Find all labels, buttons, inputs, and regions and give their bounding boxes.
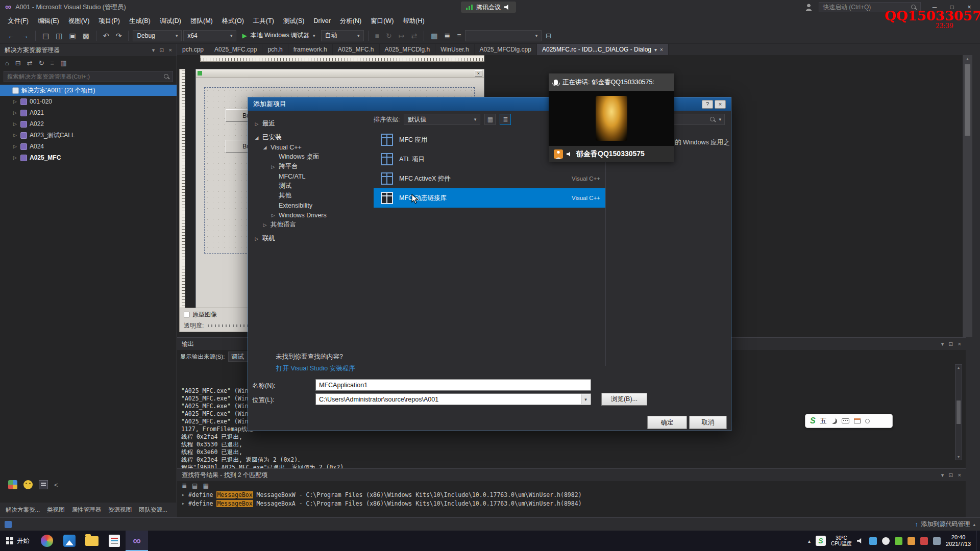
home-icon[interactable]: ⌂ bbox=[5, 59, 9, 67]
menu-item[interactable]: 项目(P) bbox=[94, 15, 125, 28]
output-scrollbar[interactable]: ▴ ▾ bbox=[955, 364, 962, 460]
tray-app-icon[interactable] bbox=[869, 537, 877, 545]
format-icon[interactable]: ≡ bbox=[454, 31, 463, 40]
find-result-row[interactable]: ▸ #define MessageBox MessageBoxA - C:\Pr… bbox=[177, 499, 966, 508]
menu-item[interactable]: 视图(V) bbox=[64, 15, 94, 28]
expander-icon[interactable]: ▷ bbox=[254, 121, 259, 127]
scroll-up-icon[interactable]: ▴ bbox=[958, 365, 960, 370]
refresh-icon[interactable]: ↻ bbox=[39, 59, 44, 67]
solution-search-box[interactable] bbox=[4, 71, 173, 82]
tab-chevron-icon[interactable]: ▾ bbox=[654, 47, 657, 53]
menu-item[interactable]: Driver bbox=[309, 15, 335, 27]
pin-icon[interactable]: ⊡ bbox=[948, 341, 953, 347]
editor-tab[interactable]: pch.cpp ▾ × bbox=[177, 44, 209, 55]
expander-icon[interactable]: ▷ bbox=[254, 236, 259, 241]
stop-debug-icon[interactable]: ■ bbox=[373, 31, 382, 40]
prototype-image-checkbox[interactable] bbox=[184, 312, 189, 317]
platform-dropdown[interactable]: x64▾ bbox=[183, 30, 236, 41]
tool-window-tab[interactable]: 资源视图 bbox=[105, 504, 135, 516]
template-row[interactable]: MFC ActiveX 控件 Visual C++ bbox=[374, 169, 605, 188]
tree-row[interactable]: ▷ A021 bbox=[0, 107, 177, 118]
tray-app-icon[interactable] bbox=[933, 537, 941, 545]
menu-item[interactable]: 生成(B) bbox=[125, 15, 155, 28]
scroll-down-icon[interactable]: ▾ bbox=[958, 455, 960, 459]
source-control-status[interactable]: ↑ 添加到源代码管理 ▴ bbox=[915, 520, 975, 529]
start-button[interactable]: 开始 bbox=[0, 531, 36, 551]
tool-window-tab[interactable]: 属性管理器 bbox=[68, 504, 105, 516]
tool-window-tab[interactable]: 团队资源... bbox=[135, 504, 171, 516]
undo-icon[interactable]: ↶ bbox=[101, 31, 112, 40]
close-panel-icon[interactable]: × bbox=[958, 341, 961, 347]
tray-app-icon[interactable] bbox=[908, 537, 915, 545]
status-icon[interactable] bbox=[5, 521, 12, 528]
taskbar-visual-studio[interactable]: ∞ bbox=[126, 531, 148, 551]
category-row[interactable]: MFC/ATL bbox=[248, 171, 371, 181]
expander-icon[interactable]: ◢ bbox=[254, 135, 259, 140]
show-desktop-button[interactable] bbox=[976, 531, 979, 551]
editor-tab[interactable]: A025_MFCDlg.cpp ▾ × bbox=[475, 44, 537, 55]
scroll-up-icon[interactable]: ▴ bbox=[966, 55, 969, 62]
editor-tab[interactable]: framework.h ▾ × bbox=[288, 44, 333, 55]
step-over-icon[interactable]: ↦ bbox=[396, 31, 407, 40]
window-position-icon[interactable]: ▾ bbox=[941, 472, 944, 479]
close-panel-icon[interactable]: × bbox=[958, 472, 961, 479]
tool-window-tab[interactable]: 类视图 bbox=[43, 504, 68, 516]
expander-icon[interactable]: ▷ bbox=[12, 155, 18, 160]
template-row[interactable]: MFC 动态链接库 Visual C++ bbox=[374, 188, 605, 208]
preview-icon[interactable]: ▦ bbox=[60, 59, 66, 67]
category-row[interactable]: Extensibility bbox=[248, 201, 371, 210]
designer-close-button[interactable]: × bbox=[475, 70, 482, 77]
taskbar-app-document[interactable] bbox=[103, 531, 126, 551]
solution-search-input[interactable] bbox=[7, 73, 164, 80]
category-row[interactable]: ▷ 联机 bbox=[248, 234, 371, 243]
keyboard-icon[interactable] bbox=[842, 418, 849, 423]
restart-icon[interactable]: ↻ bbox=[383, 31, 395, 40]
editor-tab[interactable]: A025_MFC.h ▾ × bbox=[333, 44, 380, 55]
start-debugging-button[interactable]: ▶ 本地 Windows 调试器 ▾ bbox=[238, 30, 319, 41]
find-result-row[interactable]: ▸ #define MessageBox MessageBoxW - C:\Pr… bbox=[177, 490, 966, 499]
expander-icon[interactable]: ▷ bbox=[271, 213, 276, 218]
expander-icon[interactable]: ▷ bbox=[12, 121, 18, 127]
tray-app-icon[interactable] bbox=[882, 537, 890, 545]
tray-app-icon[interactable] bbox=[920, 537, 928, 545]
menu-item[interactable]: 工具(T) bbox=[249, 15, 279, 28]
menu-item[interactable]: 分析(N) bbox=[335, 15, 366, 28]
expander-icon[interactable]: ◢ bbox=[262, 145, 267, 150]
editor-tab[interactable]: pch.h ▾ × bbox=[262, 44, 288, 55]
collapse-chevron-icon[interactable]: < bbox=[54, 481, 58, 489]
save-all-icon[interactable]: ▩ bbox=[80, 31, 92, 40]
combo-dropdown-icon[interactable]: ▾ bbox=[581, 394, 590, 404]
sync-selection-icon[interactable]: ⇄ bbox=[27, 59, 33, 67]
group-results-icon[interactable]: ▤ bbox=[192, 482, 198, 489]
zoom-dropdown[interactable]: ▾ bbox=[465, 30, 542, 41]
menu-item[interactable]: 帮助(H) bbox=[398, 15, 429, 28]
ok-button[interactable]: 确定 bbox=[647, 416, 687, 429]
scrollbar-thumb[interactable] bbox=[965, 64, 970, 136]
expander-icon[interactable]: ▷ bbox=[262, 222, 267, 228]
editor-tab[interactable]: A025_MFCDlg.h ▾ × bbox=[380, 44, 436, 55]
location-combo[interactable]: C:\Users\Administrator\source\repos\A001… bbox=[315, 393, 591, 405]
window-position-icon[interactable]: ▾ bbox=[152, 47, 155, 54]
grid-app-icon[interactable] bbox=[8, 480, 17, 489]
account-icon[interactable] bbox=[805, 4, 813, 11]
pin-icon[interactable]: ⊡ bbox=[948, 472, 953, 479]
sync-icon[interactable]: ⊟ bbox=[543, 31, 554, 40]
tool-window-tab[interactable]: 解决方案资... bbox=[2, 504, 43, 516]
designer-titlebar[interactable]: × bbox=[196, 69, 484, 78]
tray-app-icon[interactable] bbox=[895, 537, 902, 545]
menu-item[interactable]: 编辑(E) bbox=[33, 15, 64, 28]
category-row[interactable]: ▷ 最近 bbox=[248, 119, 371, 129]
navigate-back-icon[interactable]: ← bbox=[5, 31, 17, 40]
navigate-forward-icon[interactable]: → bbox=[19, 31, 31, 40]
tree-row[interactable]: ▷ A022 bbox=[0, 118, 177, 130]
tree-row[interactable]: ▷ A024 bbox=[0, 141, 177, 152]
dialog-help-button[interactable]: ? bbox=[702, 100, 713, 109]
new-file-icon[interactable]: ▤ bbox=[40, 31, 52, 40]
hidden-icons-chevron[interactable]: ▴ bbox=[808, 538, 811, 544]
small-icons-view-button[interactable]: ▦ bbox=[484, 114, 496, 125]
editor-tab[interactable]: A025_MFC.cpp ▾ × bbox=[209, 44, 262, 55]
tree-row[interactable]: ▷ 001-020 bbox=[0, 96, 177, 107]
pin-icon[interactable]: ⊡ bbox=[159, 47, 164, 54]
find-results-header[interactable]: 查找符号结果 - 找到 2 个匹配项 ▾ ⊡ × bbox=[177, 469, 966, 481]
moon-icon[interactable] bbox=[831, 418, 837, 424]
